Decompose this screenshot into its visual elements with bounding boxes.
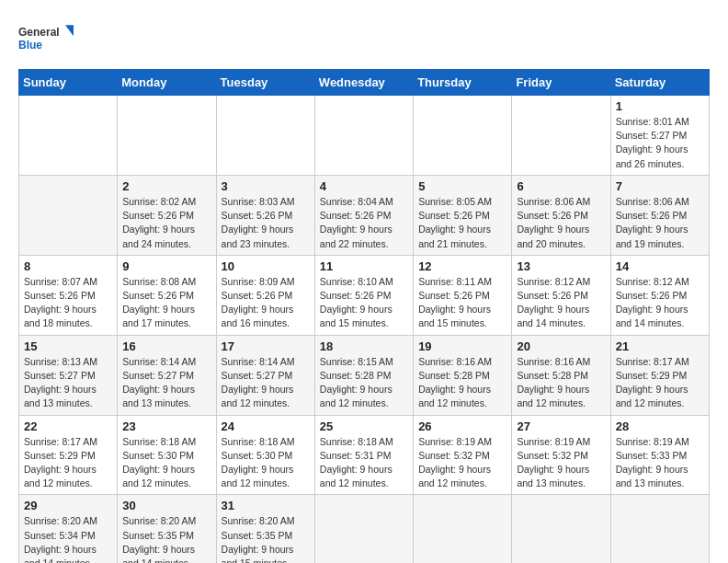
day-number: 28	[616, 419, 704, 433]
day-detail: Sunrise: 8:18 AMSunset: 5:30 PMDaylight:…	[122, 436, 196, 489]
empty-cell	[216, 96, 314, 176]
day-number: 14	[616, 259, 704, 273]
weekday-header-wednesday: Wednesday	[314, 70, 413, 96]
calendar-day-19: 19 Sunrise: 8:16 AMSunset: 5:28 PMDaylig…	[414, 335, 512, 415]
day-number: 26	[418, 419, 506, 433]
day-number: 9	[122, 259, 210, 273]
calendar-day-16: 16 Sunrise: 8:14 AMSunset: 5:27 PMDaylig…	[118, 335, 216, 415]
calendar-day-20: 20 Sunrise: 8:16 AMSunset: 5:28 PMDaylig…	[512, 335, 610, 415]
svg-marker-2	[65, 25, 74, 36]
calendar-day-29: 29 Sunrise: 8:20 AMSunset: 5:34 PMDaylig…	[19, 495, 118, 563]
weekday-header-saturday: Saturday	[610, 70, 709, 96]
day-number: 29	[24, 499, 112, 512]
day-detail: Sunrise: 8:20 AMSunset: 5:35 PMDaylight:…	[222, 515, 295, 563]
weekday-header-tuesday: Tuesday	[216, 70, 314, 96]
day-detail: Sunrise: 8:18 AMSunset: 5:30 PMDaylight:…	[222, 436, 295, 489]
day-detail: Sunrise: 8:19 AMSunset: 5:33 PMDaylight:…	[616, 436, 689, 489]
day-detail: Sunrise: 8:19 AMSunset: 5:32 PMDaylight:…	[418, 436, 492, 489]
day-detail: Sunrise: 8:16 AMSunset: 5:28 PMDaylight:…	[517, 356, 590, 409]
calendar-day-27: 27 Sunrise: 8:19 AMSunset: 5:32 PMDaylig…	[512, 415, 610, 495]
empty-cell	[610, 495, 709, 563]
day-detail: Sunrise: 8:06 AMSunset: 5:26 PMDaylight:…	[517, 196, 590, 249]
empty-cell	[512, 96, 610, 176]
day-detail: Sunrise: 8:10 AMSunset: 5:26 PMDaylight:…	[320, 276, 393, 329]
calendar-day-4: 4 Sunrise: 8:04 AMSunset: 5:26 PMDayligh…	[314, 175, 413, 255]
day-detail: Sunrise: 8:15 AMSunset: 5:28 PMDaylight:…	[320, 356, 393, 409]
calendar: SundayMondayTuesdayWednesdayThursdayFrid…	[18, 69, 710, 563]
day-number: 5	[418, 179, 506, 193]
day-number: 27	[517, 419, 605, 433]
empty-cell	[414, 96, 512, 176]
day-number: 18	[320, 339, 408, 353]
calendar-week-5: 22 Sunrise: 8:17 AMSunset: 5:29 PMDaylig…	[19, 415, 710, 495]
day-number: 11	[320, 259, 408, 273]
empty-cell	[414, 495, 512, 563]
calendar-week-2: 2 Sunrise: 8:02 AMSunset: 5:26 PMDayligh…	[19, 175, 710, 255]
day-detail: Sunrise: 8:12 AMSunset: 5:26 PMDaylight:…	[616, 276, 689, 329]
calendar-day-2: 2 Sunrise: 8:02 AMSunset: 5:26 PMDayligh…	[118, 175, 216, 255]
calendar-week-4: 15 Sunrise: 8:13 AMSunset: 5:27 PMDaylig…	[19, 335, 710, 415]
day-detail: Sunrise: 8:18 AMSunset: 5:31 PMDaylight:…	[320, 436, 393, 489]
calendar-day-7: 7 Sunrise: 8:06 AMSunset: 5:26 PMDayligh…	[610, 175, 709, 255]
day-number: 25	[320, 419, 408, 433]
day-detail: Sunrise: 8:01 AMSunset: 5:27 PMDaylight:…	[616, 116, 689, 169]
empty-cell	[314, 495, 413, 563]
svg-text:Blue: Blue	[18, 39, 42, 52]
day-detail: Sunrise: 8:12 AMSunset: 5:26 PMDaylight:…	[517, 276, 590, 329]
day-detail: Sunrise: 8:11 AMSunset: 5:26 PMDaylight:…	[418, 276, 492, 329]
day-number: 2	[122, 179, 210, 193]
day-number: 24	[222, 419, 310, 433]
day-number: 19	[418, 339, 506, 353]
day-number: 15	[24, 339, 112, 353]
calendar-day-12: 12 Sunrise: 8:11 AMSunset: 5:26 PMDaylig…	[414, 255, 512, 335]
day-number: 22	[24, 419, 112, 433]
day-number: 20	[517, 339, 605, 353]
calendar-day-25: 25 Sunrise: 8:18 AMSunset: 5:31 PMDaylig…	[314, 415, 413, 495]
weekday-header-row: SundayMondayTuesdayWednesdayThursdayFrid…	[19, 70, 710, 96]
day-detail: Sunrise: 8:02 AMSunset: 5:26 PMDaylight:…	[122, 196, 196, 249]
calendar-day-23: 23 Sunrise: 8:18 AMSunset: 5:30 PMDaylig…	[118, 415, 216, 495]
calendar-week-3: 8 Sunrise: 8:07 AMSunset: 5:26 PMDayligh…	[19, 255, 710, 335]
calendar-day-22: 22 Sunrise: 8:17 AMSunset: 5:29 PMDaylig…	[19, 415, 118, 495]
calendar-week-6: 29 Sunrise: 8:20 AMSunset: 5:34 PMDaylig…	[19, 495, 710, 563]
day-number: 16	[122, 339, 210, 353]
calendar-day-9: 9 Sunrise: 8:08 AMSunset: 5:26 PMDayligh…	[118, 255, 216, 335]
day-detail: Sunrise: 8:16 AMSunset: 5:28 PMDaylight:…	[418, 356, 492, 409]
empty-cell	[19, 175, 118, 255]
calendar-day-31: 31 Sunrise: 8:20 AMSunset: 5:35 PMDaylig…	[216, 495, 314, 563]
logo-svg: General Blue	[18, 18, 74, 60]
day-number: 1	[616, 99, 704, 113]
calendar-day-28: 28 Sunrise: 8:19 AMSunset: 5:33 PMDaylig…	[610, 415, 709, 495]
empty-cell	[314, 96, 413, 176]
weekday-header-thursday: Thursday	[414, 70, 512, 96]
calendar-day-18: 18 Sunrise: 8:15 AMSunset: 5:28 PMDaylig…	[314, 335, 413, 415]
weekday-header-friday: Friday	[512, 70, 610, 96]
svg-text:General: General	[18, 26, 60, 39]
day-detail: Sunrise: 8:17 AMSunset: 5:29 PMDaylight:…	[616, 356, 689, 409]
day-number: 13	[517, 259, 605, 273]
calendar-day-26: 26 Sunrise: 8:19 AMSunset: 5:32 PMDaylig…	[414, 415, 512, 495]
calendar-day-30: 30 Sunrise: 8:20 AMSunset: 5:35 PMDaylig…	[118, 495, 216, 563]
day-number: 23	[122, 419, 210, 433]
day-detail: Sunrise: 8:04 AMSunset: 5:26 PMDaylight:…	[320, 196, 393, 249]
calendar-day-24: 24 Sunrise: 8:18 AMSunset: 5:30 PMDaylig…	[216, 415, 314, 495]
day-detail: Sunrise: 8:07 AMSunset: 5:26 PMDaylight:…	[24, 276, 97, 329]
day-detail: Sunrise: 8:05 AMSunset: 5:26 PMDaylight:…	[418, 196, 492, 249]
calendar-week-1: 1 Sunrise: 8:01 AMSunset: 5:27 PMDayligh…	[19, 96, 710, 176]
empty-cell	[118, 96, 216, 176]
day-number: 6	[517, 179, 605, 193]
day-detail: Sunrise: 8:14 AMSunset: 5:27 PMDaylight:…	[122, 356, 196, 409]
day-detail: Sunrise: 8:20 AMSunset: 5:34 PMDaylight:…	[24, 515, 97, 563]
day-detail: Sunrise: 8:06 AMSunset: 5:26 PMDaylight:…	[616, 196, 689, 249]
day-number: 10	[222, 259, 310, 273]
day-number: 31	[222, 499, 310, 512]
calendar-day-14: 14 Sunrise: 8:12 AMSunset: 5:26 PMDaylig…	[610, 255, 709, 335]
day-detail: Sunrise: 8:13 AMSunset: 5:27 PMDaylight:…	[24, 356, 97, 409]
day-number: 3	[222, 179, 310, 193]
calendar-day-15: 15 Sunrise: 8:13 AMSunset: 5:27 PMDaylig…	[19, 335, 118, 415]
calendar-day-8: 8 Sunrise: 8:07 AMSunset: 5:26 PMDayligh…	[19, 255, 118, 335]
day-number: 30	[122, 499, 210, 512]
day-number: 4	[320, 179, 408, 193]
day-detail: Sunrise: 8:14 AMSunset: 5:27 PMDaylight:…	[222, 356, 295, 409]
day-number: 17	[222, 339, 310, 353]
